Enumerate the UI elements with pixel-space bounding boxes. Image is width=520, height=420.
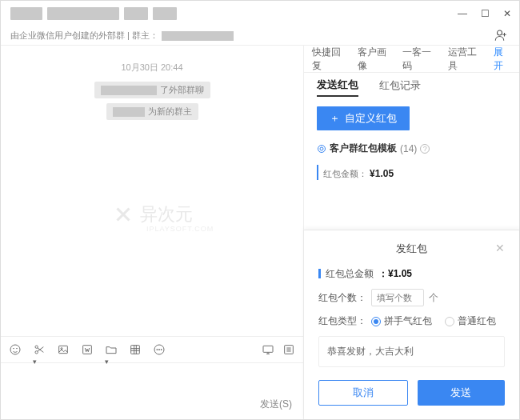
folder-icon[interactable]: ▾ bbox=[105, 343, 118, 356]
row-count: 红包个数： 个 bbox=[318, 289, 505, 306]
radio-normal[interactable]: 普通红包 bbox=[445, 314, 496, 328]
svg-point-13 bbox=[161, 349, 162, 350]
scissors-icon[interactable]: ▾ bbox=[33, 343, 46, 356]
template-label: 客户群红包模板 bbox=[330, 142, 397, 155]
right-panel: 快捷回复 客户画像 一客一码 运营工具 展开 发送红包 红包记录 ＋ 自定义红包… bbox=[303, 46, 519, 419]
subtitle-text: 由企业微信用户创建的外部群 | 群主： bbox=[10, 30, 158, 42]
svg-point-3 bbox=[17, 348, 18, 349]
count-suffix: 个 bbox=[429, 291, 438, 305]
greeting-input[interactable]: 恭喜发财，大吉大利 bbox=[318, 336, 505, 367]
svg-rect-14 bbox=[263, 346, 273, 352]
watermark-text: 异次元 bbox=[140, 202, 193, 226]
system-message: 了外部群聊 bbox=[1, 82, 303, 98]
radio-lucky[interactable]: 拼手气红包 bbox=[371, 314, 432, 328]
help-icon[interactable]: ? bbox=[420, 144, 430, 154]
svg-point-17 bbox=[320, 147, 323, 150]
greeting-text: 恭喜发财，大吉大利 bbox=[327, 346, 414, 357]
sys-text: 为新的群主 bbox=[148, 106, 192, 118]
sys-text: 了外部群聊 bbox=[160, 84, 204, 96]
send-redpacket-modal: 发红包 ✕ 红包总金额 ：¥1.05 红包个数： 个 红包类型： 拼手气红包 普… bbox=[304, 230, 519, 419]
template-icon bbox=[317, 144, 326, 154]
svg-rect-6 bbox=[59, 346, 68, 353]
redpacket-subtabs: 发送红包 红包记录 bbox=[304, 73, 519, 102]
timestamp: 10月30日 20:44 bbox=[1, 62, 303, 74]
custom-btn-label: 自定义红包 bbox=[345, 111, 397, 126]
title-blur bbox=[47, 7, 119, 20]
svg-rect-9 bbox=[131, 346, 140, 354]
total-label: 红包总金额 bbox=[318, 267, 374, 281]
amount-preview: 红包金额： ¥1.05 bbox=[317, 165, 506, 180]
tab-one-code[interactable]: 一客一码 bbox=[402, 46, 438, 73]
system-message: 为新的群主 bbox=[1, 103, 303, 120]
image-icon[interactable] bbox=[57, 343, 70, 356]
subtab-send[interactable]: 发送红包 bbox=[317, 78, 358, 97]
svg-point-2 bbox=[14, 348, 14, 349]
blur bbox=[101, 86, 157, 95]
svg-point-0 bbox=[498, 30, 502, 35]
tab-tools[interactable]: 运营工具 bbox=[448, 46, 484, 73]
tab-expand[interactable]: 展开 bbox=[494, 46, 511, 73]
message-input[interactable]: 发送(S) bbox=[1, 363, 303, 419]
svg-point-4 bbox=[35, 351, 38, 354]
svg-point-5 bbox=[35, 346, 38, 348]
title-bar: — ☐ ✕ bbox=[1, 1, 519, 26]
emoji-icon[interactable] bbox=[9, 343, 22, 356]
title-blur bbox=[153, 7, 177, 20]
close-button[interactable]: ✕ bbox=[502, 8, 513, 19]
row-total: 红包总金额 ：¥1.05 bbox=[318, 267, 505, 281]
chat-area: 10月30日 20:44 了外部群聊 为新的群主 异次元 IPLAYSOFT.C… bbox=[1, 46, 303, 419]
group-subtitle: 由企业微信用户创建的外部群 | 群主： bbox=[1, 26, 519, 46]
count-input[interactable] bbox=[371, 289, 424, 306]
word-icon[interactable] bbox=[81, 343, 94, 356]
modal-title: 发红包 bbox=[396, 242, 427, 254]
radio-normal-label: 普通红包 bbox=[458, 314, 496, 328]
maximize-button[interactable]: ☐ bbox=[479, 8, 490, 19]
tab-customer-profile[interactable]: 客户画像 bbox=[358, 46, 394, 73]
watermark-sub: IPLAYSOFT.COM bbox=[146, 225, 214, 233]
count-label: 红包个数： bbox=[318, 291, 366, 305]
radio-lucky-label: 拼手气红包 bbox=[384, 314, 432, 328]
template-count: (14) bbox=[400, 143, 417, 154]
svg-point-12 bbox=[158, 349, 159, 350]
svg-point-1 bbox=[10, 345, 20, 354]
custom-redpacket-button[interactable]: ＋ 自定义红包 bbox=[317, 106, 410, 130]
row-type: 红包类型： 拼手气红包 普通红包 bbox=[318, 314, 505, 328]
add-member-icon[interactable] bbox=[494, 28, 508, 44]
type-label: 红包类型： bbox=[318, 314, 366, 328]
template-header: 客户群红包模板 (14) ? bbox=[304, 140, 519, 160]
amount-label: 红包金额 bbox=[323, 169, 358, 178]
more-icon[interactable] bbox=[153, 343, 166, 356]
cancel-button[interactable]: 取消 bbox=[318, 380, 408, 406]
minimize-button[interactable]: — bbox=[457, 8, 468, 19]
screen-icon[interactable] bbox=[262, 343, 274, 356]
watermark: 异次元 IPLAYSOFT.COM bbox=[111, 202, 193, 226]
svg-point-11 bbox=[157, 349, 158, 350]
compose-toolbar: ▾ ▾ bbox=[1, 336, 303, 363]
send-button[interactable]: 发送 bbox=[418, 380, 506, 406]
owner-blur bbox=[162, 31, 234, 41]
tab-quick-reply[interactable]: 快捷回复 bbox=[312, 46, 348, 73]
total-value: ：¥1.05 bbox=[378, 267, 412, 281]
grid-icon[interactable] bbox=[129, 343, 142, 356]
blur bbox=[113, 107, 145, 117]
send-hint[interactable]: 发送(S) bbox=[260, 398, 292, 411]
title-blur bbox=[10, 7, 42, 20]
plus-icon: ＋ bbox=[330, 111, 340, 126]
message-list: 10月30日 20:44 了外部群聊 为新的群主 异次元 IPLAYSOFT.C… bbox=[1, 46, 303, 336]
title-blur bbox=[124, 7, 148, 20]
amount-value: ¥1.05 bbox=[370, 168, 394, 179]
list-icon[interactable] bbox=[282, 343, 295, 356]
svg-point-16 bbox=[318, 145, 326, 152]
right-tabs: 快捷回复 客户画像 一客一码 运营工具 展开 bbox=[304, 46, 519, 73]
subtab-history[interactable]: 红包记录 bbox=[379, 78, 421, 96]
modal-close-icon[interactable]: ✕ bbox=[495, 242, 505, 254]
